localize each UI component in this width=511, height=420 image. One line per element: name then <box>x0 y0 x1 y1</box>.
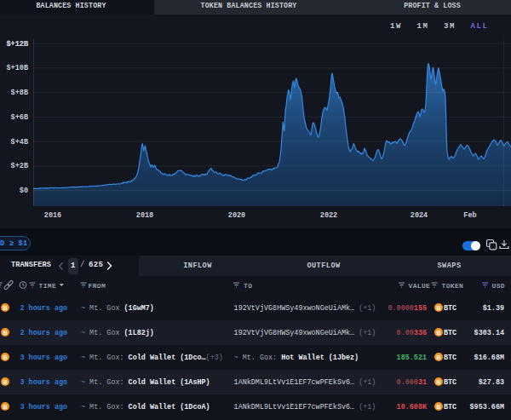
svg-text:B: B <box>3 378 7 384</box>
svg-text:B: B <box>3 354 7 360</box>
svg-text:B: B <box>3 403 7 409</box>
svg-text:B: B <box>3 329 7 335</box>
svg-text:B: B <box>3 304 7 310</box>
